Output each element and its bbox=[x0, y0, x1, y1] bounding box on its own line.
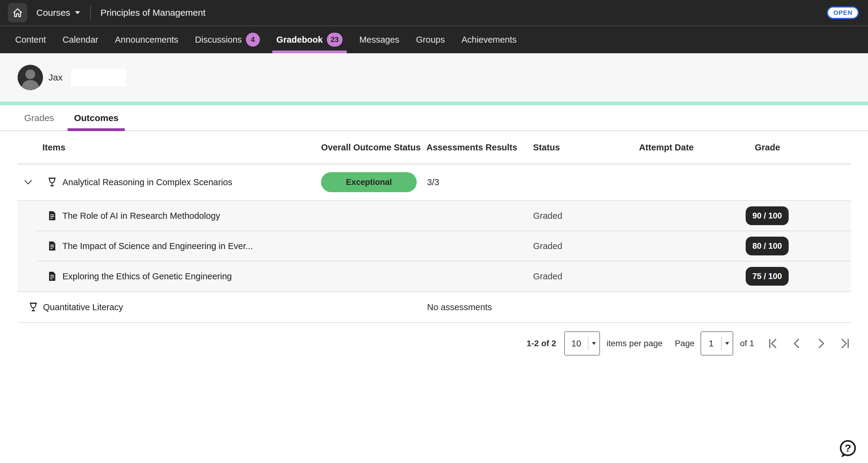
page-label: Page bbox=[675, 339, 694, 348]
teal-accent-strip bbox=[0, 102, 868, 105]
gradebook-subtabs: Grades Outcomes bbox=[0, 105, 868, 131]
page-number-value: 1 bbox=[701, 339, 721, 349]
nav-label: Achievements bbox=[462, 35, 517, 45]
nav-item-discussions[interactable]: Discussions 4 bbox=[195, 26, 260, 53]
nav-label: Announcements bbox=[115, 35, 178, 45]
items-per-page-value: 10 bbox=[565, 339, 588, 349]
page-number-select[interactable]: 1 bbox=[701, 331, 733, 356]
last-page-button[interactable] bbox=[840, 338, 851, 349]
nav-item-gradebook[interactable]: Gradebook 23 bbox=[277, 26, 343, 53]
pagination-range: 1-2 of 2 bbox=[527, 339, 556, 348]
student-profile-strip: Jax bbox=[0, 53, 868, 102]
row-separator bbox=[37, 231, 851, 231]
page-total-label: of 1 bbox=[740, 339, 754, 348]
grade-badge: 80 / 100 bbox=[746, 237, 789, 255]
outcome-trophy-icon bbox=[47, 177, 57, 187]
col-header-attempt-date: Attempt Date bbox=[639, 142, 745, 153]
home-button[interactable] bbox=[8, 3, 27, 23]
nav-item-groups[interactable]: Groups bbox=[416, 26, 445, 53]
nav-item-calendar[interactable]: Calendar bbox=[63, 26, 98, 53]
document-icon bbox=[48, 210, 57, 221]
tab-label: Grades bbox=[24, 113, 54, 123]
nav-item-announcements[interactable]: Announcements bbox=[115, 26, 178, 53]
gradebook-outcomes-page: Courses Principles of Management OPEN Co… bbox=[0, 0, 868, 463]
table-header-row: Items Overall Outcome Status Assessments… bbox=[18, 131, 851, 164]
previous-page-button[interactable] bbox=[791, 338, 803, 349]
help-button[interactable]: ? bbox=[838, 439, 858, 459]
nav-label: Calendar bbox=[63, 35, 98, 45]
col-header-overall-outcome-status: Overall Outcome Status bbox=[321, 142, 427, 153]
question-mark-glyph: ? bbox=[845, 442, 851, 454]
nav-label: Gradebook bbox=[277, 35, 323, 45]
top-bar: Courses Principles of Management OPEN bbox=[0, 0, 868, 25]
overall-status-badge-exceptional: Exceptional bbox=[321, 172, 417, 192]
courses-label: Courses bbox=[36, 7, 70, 18]
assessment-subrows: The Role of AI in Research Methodology G… bbox=[18, 201, 851, 292]
course-nav-bar: Content Calendar Announcements Discussio… bbox=[0, 25, 868, 53]
open-status-badge: OPEN bbox=[827, 6, 859, 19]
assessment-row: Exploring the Ethics of Genetic Engineer… bbox=[18, 261, 851, 291]
outcome-row-quantitative-literacy: Quantitative Literacy No assessments bbox=[18, 292, 851, 323]
nav-item-content[interactable]: Content bbox=[15, 26, 46, 53]
next-page-button[interactable] bbox=[815, 338, 827, 349]
redaction-box bbox=[71, 69, 126, 86]
gradebook-count-badge: 23 bbox=[327, 33, 343, 46]
assessment-title[interactable]: Exploring the Ethics of Genetic Engineer… bbox=[62, 271, 232, 282]
collapse-row-button[interactable] bbox=[23, 177, 33, 187]
assessment-title[interactable]: The Impact of Science and Engineering in… bbox=[62, 241, 253, 251]
col-header-items: Items bbox=[18, 142, 321, 153]
grade-badge: 75 / 100 bbox=[746, 267, 789, 286]
nav-label: Content bbox=[15, 35, 46, 45]
outcome-trophy-icon bbox=[28, 302, 38, 312]
tab-outcomes[interactable]: Outcomes bbox=[74, 105, 118, 130]
avatar bbox=[18, 65, 43, 90]
assessment-row: The Impact of Science and Engineering in… bbox=[18, 231, 851, 261]
discussions-count-badge: 4 bbox=[246, 33, 260, 46]
items-per-page-label: items per page bbox=[607, 339, 663, 348]
assessment-status: Graded bbox=[533, 271, 639, 282]
nav-label: Groups bbox=[416, 35, 445, 45]
nav-label: Messages bbox=[359, 35, 399, 45]
row-separator bbox=[37, 261, 851, 261]
items-per-page-select[interactable]: 10 bbox=[564, 331, 600, 356]
col-header-grade: Grade bbox=[745, 142, 834, 153]
chevron-down-icon bbox=[591, 342, 596, 345]
nav-label: Discussions bbox=[195, 35, 242, 45]
outcome-title: Quantitative Literacy bbox=[43, 302, 123, 312]
student-name: Jax bbox=[49, 72, 63, 82]
document-icon bbox=[48, 241, 57, 251]
active-tab-underline bbox=[67, 128, 125, 131]
document-icon bbox=[48, 271, 57, 282]
assessment-status: Graded bbox=[533, 211, 639, 221]
outcome-row-analytical-reasoning: Analytical Reasoning in Complex Scenario… bbox=[18, 164, 851, 201]
chevron-down-icon bbox=[74, 10, 81, 15]
chevron-down-icon bbox=[725, 342, 730, 345]
assessments-results-value: 3/3 bbox=[427, 177, 533, 187]
course-title: Principles of Management bbox=[100, 7, 206, 18]
assessment-title[interactable]: The Role of AI in Research Methodology bbox=[62, 211, 220, 221]
topbar-divider bbox=[90, 6, 91, 20]
courses-dropdown[interactable]: Courses bbox=[36, 7, 81, 18]
pagination-bar: 1-2 of 2 10 items per page Page 1 of 1 bbox=[18, 331, 851, 356]
assessment-status: Graded bbox=[533, 241, 639, 251]
col-header-assessments-results: Assessments Results bbox=[427, 142, 533, 153]
outcome-title: Analytical Reasoning in Complex Scenario… bbox=[62, 177, 232, 187]
grade-badge: 90 / 100 bbox=[746, 206, 789, 225]
nav-item-messages[interactable]: Messages bbox=[359, 26, 399, 53]
first-page-button[interactable] bbox=[767, 338, 778, 349]
chevron-down-icon bbox=[23, 177, 33, 187]
active-nav-underline bbox=[272, 51, 347, 53]
assessments-results-value: No assessments bbox=[427, 302, 533, 312]
outcomes-table: Items Overall Outcome Status Assessments… bbox=[18, 131, 851, 323]
home-icon bbox=[12, 7, 23, 18]
person-silhouette-icon bbox=[18, 65, 43, 90]
nav-item-achievements[interactable]: Achievements bbox=[462, 26, 517, 53]
tab-label: Outcomes bbox=[74, 113, 118, 123]
tab-grades[interactable]: Grades bbox=[24, 105, 54, 130]
assessment-row: The Role of AI in Research Methodology G… bbox=[18, 201, 851, 231]
col-header-status: Status bbox=[533, 142, 639, 153]
